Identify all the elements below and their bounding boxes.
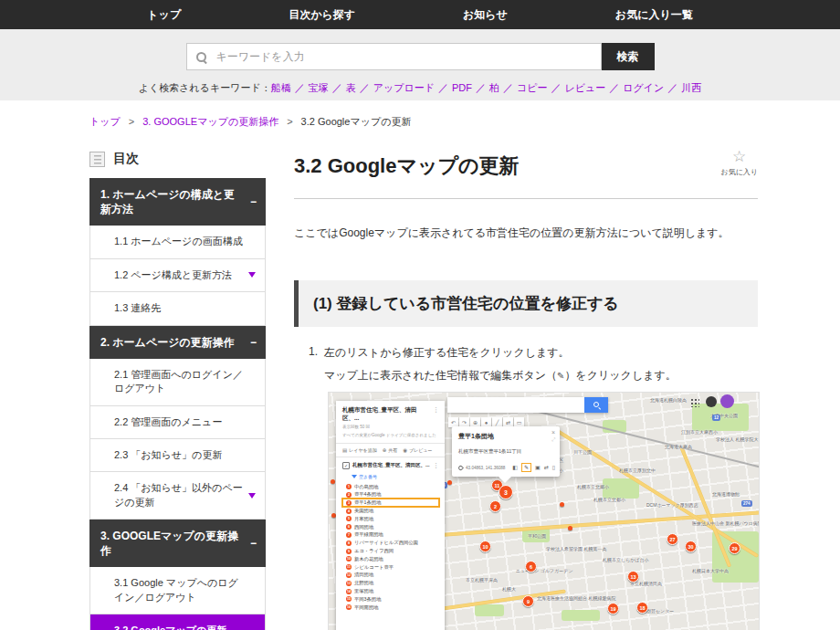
map-marker[interactable] <box>560 502 564 507</box>
breadcrumb-link[interactable]: 3. GOOGLEマップの更新操作 <box>142 116 278 127</box>
housing-list-item[interactable]: 16平岡南団地 <box>342 604 439 612</box>
keyword-link[interactable]: 表 <box>346 82 356 93</box>
map-marker-9[interactable]: 9 <box>522 595 534 607</box>
sidebar-item[interactable]: 2.3 「お知らせ」の更新 <box>90 439 265 472</box>
housing-list-item[interactable]: 8リバーサイドヒルズ西岡公園 <box>342 539 439 547</box>
sidebar-item[interactable]: 2.2 管理画面のメニュー <box>90 406 265 439</box>
panel-action-icon: ⊕ <box>383 447 387 453</box>
layer-style-link[interactable]: 空き番号 <box>352 474 439 479</box>
housing-list-item[interactable]: 6西岡団地 <box>342 523 439 531</box>
map-marker-30[interactable]: 30 <box>685 541 697 552</box>
panel-menu-icon[interactable]: ⋮ <box>433 406 439 413</box>
nav-item-4[interactable]: お気に入り一覧 <box>615 7 693 23</box>
keyword-link[interactable]: 柏 <box>489 82 499 93</box>
sidebar-item[interactable]: 1.3 連絡先 <box>90 292 265 325</box>
map-marker[interactable] <box>447 480 452 485</box>
housing-list-item[interactable]: 4美園団地 <box>342 507 439 515</box>
list-marker-number: 5 <box>346 516 352 521</box>
sidebar-item[interactable]: 3.1 Google マップへのログイン／ログアウト <box>90 567 265 614</box>
nav-item-1[interactable]: トップ <box>147 7 181 23</box>
sidebar-item[interactable]: 2.4 「お知らせ」以外のページの更新 <box>90 472 265 520</box>
list-marker-number: 6 <box>346 524 352 530</box>
delete-trash-icon[interactable]: ▯ <box>552 465 555 470</box>
sidebar-item[interactable]: 1.2 ページ構成と更新方法 <box>90 259 265 292</box>
collapse-minus-icon: − <box>250 335 257 350</box>
sidebar-item[interactable]: 2.1 管理画面へのログイン／ログアウト <box>90 359 265 406</box>
account-avatar[interactable] <box>720 394 734 408</box>
housing-list-item[interactable]: 13北野団地 <box>342 579 439 587</box>
step-text-2-after: ）をクリックします。 <box>564 369 676 382</box>
map-marker-10[interactable]: 10 <box>479 541 491 552</box>
section-heading: (1) 登録している市営住宅の位置を修正する <box>313 295 619 312</box>
map-marker-6[interactable]: 6 <box>525 561 537 572</box>
top-navigation: トップ目次から探すお知らせお気に入り一覧 <box>0 0 840 29</box>
panel-action-1[interactable]: ▤レイヤを追加 <box>342 447 377 453</box>
housing-list-item[interactable]: 7豊平緑南団地 <box>342 531 439 540</box>
keyword-separator: ／ <box>360 82 370 93</box>
panel-action-3[interactable]: ◉プレビュー <box>403 447 432 453</box>
housing-list-item[interactable]: 3豊平1条団地 <box>342 499 439 507</box>
keyword-link[interactable]: コピー <box>517 82 548 93</box>
housing-list-label: 中の島団地 <box>354 484 379 490</box>
map-marker-13[interactable]: 13 <box>627 571 639 583</box>
housing-list-item[interactable]: 11シビルコート豊平 <box>342 563 439 572</box>
sidebar-item[interactable]: 1.1 ホームページの画面構成 <box>90 226 265 258</box>
map-marker[interactable] <box>331 479 335 484</box>
map-search-button[interactable] <box>584 397 608 413</box>
keyword-link[interactable]: アップロード <box>373 82 435 93</box>
google-apps-grid-icon[interactable] <box>690 398 699 407</box>
step-text-2-before: マップ上に表示された住宅情報で編集ボタン（ <box>324 369 557 382</box>
housing-list-item[interactable]: 1中の島団地 <box>342 483 439 491</box>
map-marker-3[interactable]: 3 <box>499 485 513 499</box>
breadcrumb-link[interactable]: トップ <box>89 116 121 127</box>
keyword-link[interactable]: レビュー <box>565 82 606 93</box>
search-box <box>186 43 602 70</box>
keyword-link[interactable]: 船橋 <box>271 82 291 93</box>
notifications-icon[interactable] <box>706 396 717 407</box>
popup-expand-icon[interactable]: ⤢ <box>551 437 555 442</box>
favorite-button[interactable]: ☆ お気に入り <box>720 149 758 177</box>
map-marker-18[interactable]: 18 <box>636 602 648 614</box>
camera-icon[interactable]: ▣ <box>535 465 541 470</box>
toc-section-header-3[interactable]: 3. GOOGLEマップの更新操作− <box>89 520 266 567</box>
nav-item-2[interactable]: 目次から探す <box>289 7 355 23</box>
housing-list-item[interactable]: 15平岡3条団地 <box>342 595 439 604</box>
toc-section-header-2[interactable]: 2. ホームページの更新操作− <box>89 326 266 359</box>
housing-list-item[interactable]: 14里塚団地 <box>342 587 439 595</box>
keyword-link[interactable]: ログイン <box>623 82 664 93</box>
housing-list-item[interactable]: 10新木の花団地 <box>342 555 439 563</box>
keyword-link[interactable]: 川西 <box>681 82 701 93</box>
directions-icon[interactable]: ⇄ <box>544 465 549 470</box>
map-marker-2[interactable]: 2 <box>489 500 501 512</box>
layer-checkbox[interactable]: ✓ <box>342 462 350 469</box>
popup-close-icon[interactable]: × <box>551 429 555 436</box>
keyword-link[interactable]: 宝塚 <box>309 82 329 93</box>
map-place-label: 札幌市立北都小 <box>593 497 625 502</box>
keyword-link[interactable]: PDF <box>452 82 472 93</box>
sidebar-item-active[interactable]: 3.2 Googleマップの更新 <box>90 614 265 630</box>
step-text-2: マップ上に表示された住宅情報で編集ボタン（✎）をクリックします。 <box>324 368 758 383</box>
panel-action-2[interactable]: ⊕共有 <box>383 447 398 453</box>
search-button[interactable]: 検索 <box>602 43 655 70</box>
list-marker-number: 8 <box>346 541 352 546</box>
map-search-input[interactable] <box>447 397 584 413</box>
map-place-label: 市立札幌平岸高 <box>466 577 498 583</box>
map-marker-29[interactable]: 29 <box>729 542 740 554</box>
favorite-star-icon[interactable]: ☆ <box>732 149 746 164</box>
edit-pencil-icon[interactable]: ✎ <box>521 463 531 472</box>
toc-title: 目次 <box>113 151 139 167</box>
nav-item-3[interactable]: お知らせ <box>463 7 508 23</box>
style-icon[interactable]: ◧ <box>512 465 518 470</box>
housing-list-item[interactable]: 9エコ・ライフ西岡 <box>342 547 439 555</box>
map-marker-27[interactable]: 27 <box>667 533 678 545</box>
housing-list-item[interactable]: 12清田団地 <box>342 572 439 580</box>
toc-section-header-1[interactable]: 1. ホームページの構成と更新方法− <box>89 178 266 226</box>
map-marker-19[interactable]: 19 <box>607 603 619 614</box>
map-marker[interactable] <box>568 526 572 530</box>
search-input[interactable] <box>215 49 592 64</box>
housing-list-item[interactable]: 5月寒団地 <box>342 515 439 523</box>
housing-list-item[interactable]: 2豊平4条団地 <box>342 491 439 499</box>
main-content: 3.2 Googleマップの更新 ☆ お気に入り ここではGoogleマップに表… <box>294 151 758 630</box>
map-place-label: 北海道札幌白陵高 <box>650 397 687 403</box>
layer-menu-icon[interactable]: ⋮ <box>433 462 439 468</box>
